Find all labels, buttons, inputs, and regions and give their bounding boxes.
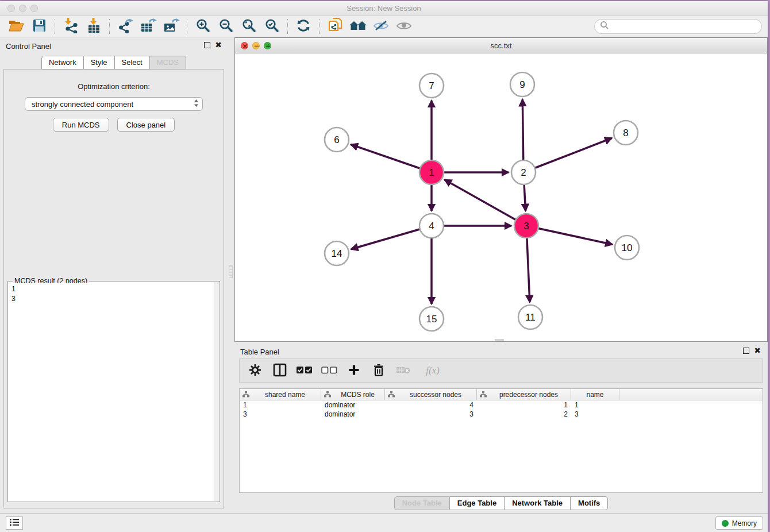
zoom-fit-icon <box>242 18 256 34</box>
node-table: shared nameMCDS rolesuccessor nodesprede… <box>239 388 763 493</box>
node-label-6: 6 <box>334 134 339 145</box>
close-panel-icon[interactable]: ✖ <box>215 41 222 49</box>
network-window-title: scc.txt <box>235 38 767 53</box>
save-session-button[interactable] <box>28 17 51 36</box>
tab-style[interactable]: Style <box>84 56 115 70</box>
eye-icon <box>396 20 412 33</box>
zoom-out-icon <box>219 18 233 34</box>
zoom-in-button[interactable] <box>191 17 214 36</box>
edge-3-10[interactable] <box>526 226 613 244</box>
home-icon <box>349 20 367 34</box>
search-input[interactable] <box>594 19 762 34</box>
optimization-criterion-select[interactable]: strongly connected component <box>25 97 203 111</box>
tab-network[interactable]: Network <box>41 56 84 70</box>
column-header-MCDS-role[interactable]: MCDS role <box>321 389 385 400</box>
float-panel-icon[interactable] <box>204 42 210 48</box>
mcds-result-item: 3 <box>11 294 211 304</box>
panel-splitter[interactable] <box>228 37 234 513</box>
table-settings-button[interactable] <box>248 362 263 379</box>
table-panel-title: Table Panel <box>240 348 279 356</box>
export-table-button[interactable] <box>137 17 160 36</box>
import-network-icon <box>63 18 79 35</box>
show-panel-button[interactable] <box>392 17 415 36</box>
cell-successor-nodes[interactable]: 3 <box>385 410 477 419</box>
select-all-columns-button[interactable] <box>297 362 312 379</box>
network-hscroll-nub[interactable] <box>495 339 504 341</box>
memory-button[interactable]: Memory <box>715 516 763 530</box>
task-history-button[interactable] <box>6 516 23 530</box>
result-scrollbar[interactable] <box>214 282 219 501</box>
mcds-result-list[interactable]: 13 <box>9 283 213 500</box>
delete-column-button[interactable] <box>371 362 386 379</box>
duplicate-network-button[interactable] <box>324 17 346 36</box>
function-builder-button[interactable]: f(x) <box>421 362 445 379</box>
cell-MCDS-role[interactable]: dominator <box>321 410 385 419</box>
edge-3-1[interactable] <box>445 180 526 226</box>
close-table-panel-icon[interactable]: ✖ <box>754 346 761 354</box>
home-view-button[interactable] <box>346 17 369 36</box>
show-columns-button[interactable] <box>272 362 287 379</box>
cell-name[interactable]: 1 <box>571 400 619 410</box>
node-label-14: 14 <box>332 248 342 259</box>
zoom-selected-icon <box>265 18 279 34</box>
close-panel-button[interactable]: Close panel <box>117 118 175 132</box>
edge-2-8[interactable] <box>523 138 612 172</box>
refresh-layout-button[interactable] <box>292 17 315 36</box>
column-header-name[interactable]: name <box>571 389 619 400</box>
run-mcds-button[interactable]: Run MCDS <box>53 118 109 132</box>
cell-predecessor-nodes[interactable]: 1 <box>477 400 571 410</box>
table-tab-edge-table[interactable]: Edge Table <box>450 496 505 510</box>
control-panel-header: Control Panel ✖ <box>0 37 228 55</box>
export-image-button[interactable] <box>160 17 183 36</box>
main-window: Session: New Session <box>0 1 768 532</box>
open-folder-icon <box>9 19 24 34</box>
tab-mcds[interactable]: MCDS <box>150 56 186 70</box>
duplicate-network-icon <box>328 17 343 36</box>
export-network-button[interactable] <box>114 17 137 36</box>
fx-icon: f(x) <box>426 365 440 376</box>
cell-shared-name[interactable]: 1 <box>240 400 321 410</box>
trash-icon <box>373 364 384 378</box>
control-panel-title: Control Panel <box>6 42 51 51</box>
mcds-panel: Optimization criterion: strongly connect… <box>3 69 224 508</box>
control-panel-tabs: NetworkStyleSelectMCDS <box>0 56 228 70</box>
table-row[interactable]: 1dominator411 <box>240 400 763 410</box>
save-icon <box>33 19 46 34</box>
mcds-result-item: 1 <box>11 284 211 294</box>
column-header-shared-name[interactable]: shared name <box>240 389 321 400</box>
zoom-out-button[interactable] <box>214 17 237 36</box>
tab-select[interactable]: Select <box>115 56 150 70</box>
table-row[interactable]: 3dominator323 <box>240 410 763 419</box>
cell-predecessor-nodes[interactable]: 2 <box>477 410 571 419</box>
deselect-all-columns-button[interactable] <box>322 362 337 379</box>
network-canvas[interactable]: 7968124314101511 <box>235 53 767 341</box>
main-toolbar <box>0 16 768 37</box>
column-header-successor-nodes[interactable]: successor nodes <box>385 389 477 400</box>
table-tab-node-table[interactable]: Node Table <box>394 496 450 510</box>
splitter-grip[interactable] <box>229 265 233 278</box>
cell-shared-name[interactable]: 3 <box>240 410 321 419</box>
toolbar-separator <box>55 19 55 34</box>
node-label-4: 4 <box>429 221 434 232</box>
float-table-panel-icon[interactable] <box>743 348 749 354</box>
import-network-button[interactable] <box>59 17 82 36</box>
table-tab-motifs[interactable]: Motifs <box>571 496 608 510</box>
memory-status-icon <box>722 520 729 527</box>
zoom-selected-button[interactable] <box>260 17 283 36</box>
column-header-predecessor-nodes[interactable]: predecessor nodes <box>477 389 571 400</box>
cell-MCDS-role[interactable]: dominator <box>321 400 385 410</box>
mcds-result-box: MCDS result (2 nodes) 13 <box>7 281 220 502</box>
delete-table-button[interactable] <box>396 362 411 379</box>
table-tab-network-table[interactable]: Network Table <box>505 496 571 510</box>
cell-successor-nodes[interactable]: 4 <box>385 400 477 410</box>
create-column-button[interactable] <box>346 362 361 379</box>
cell-name[interactable]: 3 <box>571 410 619 419</box>
table-header-row: shared nameMCDS rolesuccessor nodesprede… <box>240 389 763 400</box>
plus-icon <box>348 364 360 377</box>
export-image-icon <box>163 18 180 35</box>
import-table-button[interactable] <box>82 17 105 36</box>
zoom-fit-button[interactable] <box>237 17 260 36</box>
open-session-button[interactable] <box>5 17 28 36</box>
hide-panel-button[interactable] <box>369 17 392 36</box>
columns-icon <box>273 363 287 379</box>
